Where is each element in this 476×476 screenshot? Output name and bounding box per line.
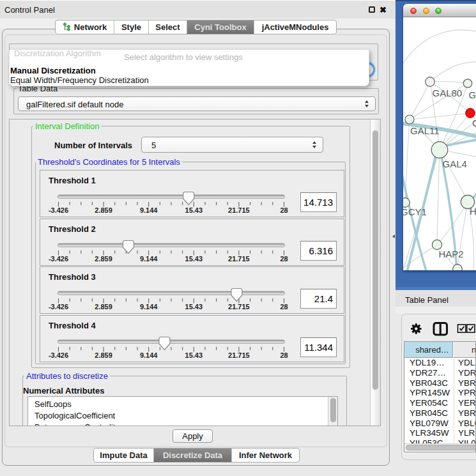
svg-text:HA: HA [470, 206, 476, 217]
svg-text:9.144: 9.144 [140, 206, 158, 214]
svg-text:9.144: 9.144 [140, 351, 158, 359]
svg-text:GAL11: GAL11 [410, 125, 440, 136]
svg-text:GCY1: GCY1 [403, 206, 427, 217]
svg-text:-3.426: -3.426 [49, 255, 68, 263]
svg-text:GAL4: GAL4 [443, 158, 467, 169]
svg-text:21.715: 21.715 [228, 351, 250, 359]
svg-text:-3.426: -3.426 [49, 206, 68, 214]
svg-text:21.715: 21.715 [228, 206, 250, 214]
svg-text:15.43: 15.43 [185, 351, 203, 359]
svg-text:HAP2: HAP2 [439, 249, 464, 259]
svg-text:28: 28 [280, 255, 288, 263]
svg-text:-3.426: -3.426 [49, 351, 68, 359]
svg-text:9.144: 9.144 [140, 255, 158, 263]
svg-text:2.859: 2.859 [95, 351, 112, 359]
svg-text:9.144: 9.144 [140, 303, 158, 311]
svg-text:GAL80: GAL80 [433, 88, 463, 98]
svg-text:21.715: 21.715 [228, 303, 250, 311]
svg-text:15.43: 15.43 [185, 255, 203, 263]
svg-text:28: 28 [280, 206, 288, 214]
svg-text:-3.426: -3.426 [49, 303, 68, 311]
svg-text:GAL: GAL [469, 89, 476, 100]
svg-text:21.715: 21.715 [228, 255, 250, 263]
svg-text:CY: CY [472, 118, 476, 128]
svg-text:2.859: 2.859 [95, 303, 112, 311]
svg-text:28: 28 [280, 351, 288, 359]
svg-text:28: 28 [280, 303, 288, 311]
svg-text:15.43: 15.43 [185, 303, 203, 311]
svg-text:2.859: 2.859 [95, 255, 112, 263]
svg-text:2.859: 2.859 [95, 206, 112, 214]
svg-text:15.43: 15.43 [185, 206, 203, 214]
